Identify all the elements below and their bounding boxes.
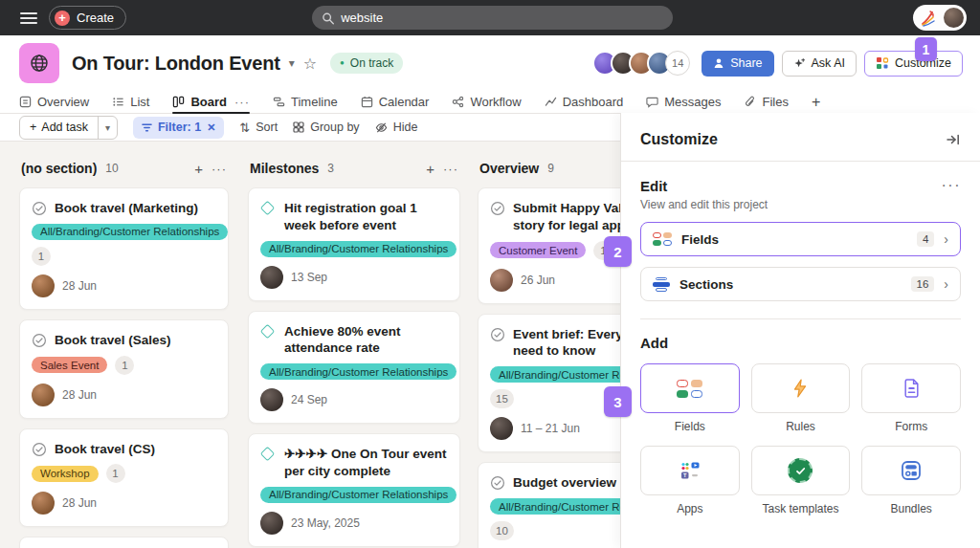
due-date: 13 Sep <box>291 271 327 284</box>
tab-dashboard[interactable]: Dashboard <box>545 91 624 113</box>
tab-board[interactable]: Board ··· <box>172 91 250 113</box>
edit-section-title: Edit <box>640 178 667 194</box>
tab-files[interactable]: Files <box>744 91 788 113</box>
collapse-panel-icon[interactable] <box>946 132 961 147</box>
tile-label: Apps <box>677 502 702 515</box>
assignee-avatar[interactable] <box>490 417 513 440</box>
project-menu-chevron-icon[interactable]: ▾ <box>289 56 295 70</box>
hamburger-menu-icon[interactable] <box>20 12 37 24</box>
share-button[interactable]: Share <box>702 51 773 77</box>
filter-chip[interactable]: Filter: 1 ✕ <box>133 117 224 139</box>
task-check-icon[interactable] <box>490 327 505 342</box>
assignee-avatar[interactable] <box>260 512 283 535</box>
user-account-pill[interactable] <box>913 5 967 31</box>
ask-ai-button-label: Ask AI <box>812 56 845 70</box>
tag-badge: All/Branding/Customer Relationships <box>260 241 457 257</box>
column-name: (no section) <box>21 161 97 176</box>
assignee-avatar[interactable] <box>32 274 55 297</box>
tab-options-icon[interactable]: ··· <box>234 95 250 109</box>
sort-button[interactable]: ⇅ Sort <box>239 121 278 135</box>
task-check-icon[interactable] <box>32 333 47 348</box>
member-count-badge[interactable]: 14 <box>665 51 690 76</box>
edit-menu-icon[interactable]: ··· <box>942 177 961 194</box>
group-by-button[interactable]: Group by <box>293 121 359 134</box>
add-task-button[interactable]: + Add task ▾ <box>19 116 118 140</box>
task-title: Book travel (Sales) <box>55 332 171 349</box>
add-apps-tile[interactable]: T <box>640 446 740 495</box>
column-menu-icon[interactable]: ··· <box>212 162 227 176</box>
search-input[interactable] <box>341 11 663 25</box>
milestone-diamond-icon[interactable] <box>260 201 276 216</box>
calendar-icon <box>361 96 373 108</box>
tab-timeline[interactable]: Timeline <box>273 91 338 113</box>
globe-icon <box>29 53 50 74</box>
panel-row-sections[interactable]: Sections 16 › <box>640 267 961 301</box>
milestone-diamond-icon[interactable] <box>260 323 276 339</box>
task-card[interactable]: Book travel (Marketing) All/Branding/Cus… <box>19 187 229 310</box>
due-date: 26 Jun <box>521 274 555 287</box>
tag-badge: All/Branding/Customer Relationships <box>32 224 228 240</box>
favorite-star-icon[interactable]: ☆ <box>303 55 317 73</box>
chevron-right-icon: › <box>944 231 948 247</box>
hide-button[interactable]: Hide <box>375 121 418 134</box>
task-card[interactable]: Book travel (CS) Workshop 1 28 Jun <box>19 428 229 528</box>
tile-label: Task templates <box>762 502 838 515</box>
member-avatar-stack[interactable]: 14 <box>592 51 690 76</box>
add-task-dropdown-chevron[interactable]: ▾ <box>98 117 117 139</box>
plus-icon: + <box>30 121 36 134</box>
column-menu-icon[interactable]: ··· <box>443 162 458 176</box>
task-title: Book travel (Marketing) <box>55 200 198 217</box>
app-window: + Create On Tou <box>0 0 980 548</box>
search-bar[interactable] <box>312 6 673 30</box>
plus-icon: + <box>55 11 70 26</box>
tab-calendar[interactable]: Calendar <box>361 91 430 113</box>
project-icon[interactable] <box>19 43 59 83</box>
tab-list[interactable]: List <box>112 91 149 113</box>
add-fields-tile[interactable] <box>640 363 740 413</box>
add-forms-tile[interactable] <box>861 363 961 413</box>
assignee-avatar[interactable] <box>490 269 513 292</box>
tab-overview[interactable]: Overview <box>19 91 89 113</box>
create-button[interactable]: + Create <box>49 6 126 30</box>
due-date: 28 Jun <box>62 279 97 293</box>
lightning-bolt-icon <box>791 379 809 398</box>
assignee-avatar[interactable] <box>260 266 283 289</box>
tab-messages[interactable]: Messages <box>646 91 721 113</box>
add-task-label: Add task <box>41 121 88 134</box>
milestone-card[interactable]: ✈✈✈✈ One On Tour event per city complete… <box>248 433 460 547</box>
task-check-icon[interactable] <box>490 475 505 491</box>
assignee-avatar[interactable] <box>260 388 283 411</box>
add-bundles-tile[interactable] <box>861 446 961 495</box>
sections-row-label: Sections <box>679 277 733 292</box>
customize-button[interactable]: Customize <box>864 51 963 77</box>
clear-filter-icon[interactable]: ✕ <box>207 121 215 134</box>
task-title: Hit registration goal 1 week before even… <box>284 200 448 234</box>
milestone-card[interactable]: Achieve 80% event attendance rate All/Br… <box>248 311 460 425</box>
tab-label: Workflow <box>470 95 521 109</box>
tag-badge: All/Branding/Customer Relationships <box>260 487 457 503</box>
add-task-templates-tile[interactable] <box>751 446 851 495</box>
assignee-avatar[interactable] <box>32 492 55 515</box>
customize-panel: Customize Edit ··· View and edit this pr… <box>620 113 980 548</box>
milestone-card[interactable]: Hit registration goal 1 week before even… <box>248 187 460 301</box>
subtask-count-badge: 1 <box>32 247 51 266</box>
add-card-icon[interactable]: + <box>194 161 203 177</box>
project-header: On Tour: London Event ▾ ☆ ● On track 14 … <box>0 35 980 91</box>
task-card[interactable]: Customer Success DRI (World Tour London,… <box>19 537 229 548</box>
status-badge[interactable]: ● On track <box>330 53 403 74</box>
ask-ai-button[interactable]: Ask AI <box>782 51 857 77</box>
tile-label: Forms <box>895 420 927 433</box>
tag-badge: All/Branding/Customer Relationships <box>260 363 457 380</box>
task-check-icon[interactable] <box>32 442 47 457</box>
task-card[interactable]: Book travel (Sales) Sales Event 1 28 Jun <box>19 319 229 419</box>
tab-workflow[interactable]: Workflow <box>452 91 521 113</box>
fields-count-badge: 4 <box>917 231 934 247</box>
milestone-diamond-icon[interactable] <box>260 447 276 462</box>
task-check-icon[interactable] <box>32 201 47 216</box>
assignee-avatar[interactable] <box>32 384 55 406</box>
task-check-icon[interactable] <box>490 201 505 216</box>
add-rules-tile[interactable] <box>751 363 851 413</box>
add-view-button[interactable]: + <box>812 94 820 111</box>
add-card-icon[interactable]: + <box>426 161 434 177</box>
panel-row-fields[interactable]: Fields 4 › <box>640 222 961 256</box>
